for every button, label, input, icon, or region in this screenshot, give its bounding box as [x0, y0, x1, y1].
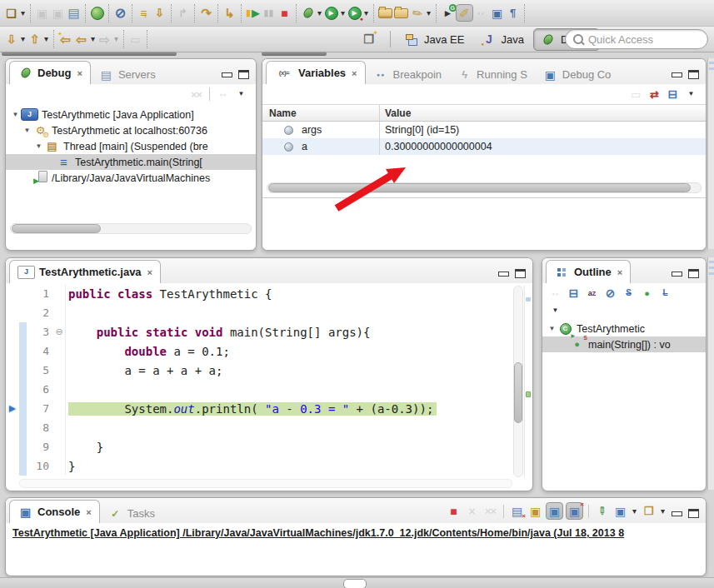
- minimize-icon[interactable]: [222, 72, 232, 77]
- pin-console-icon[interactable]: [594, 503, 610, 519]
- expand-arrow-icon[interactable]: ▼: [22, 127, 32, 134]
- dropdown-caret-icon[interactable]: [19, 32, 27, 47]
- green-dot-icon[interactable]: [639, 286, 655, 301]
- maximize-icon[interactable]: [515, 269, 526, 278]
- step-return-icon[interactable]: [222, 5, 237, 21]
- tree-item[interactable]: main(String[]) : vo: [542, 336, 706, 352]
- fold-collapse-icon[interactable]: ⊖: [53, 322, 66, 341]
- instruction-pointer-icon[interactable]: [6, 406, 19, 412]
- expand-arrow-icon[interactable]: ▼: [547, 325, 557, 332]
- sort-az-icon[interactable]: [584, 286, 600, 301]
- column-header-name[interactable]: Name: [262, 105, 379, 121]
- step-filters-icon[interactable]: [136, 5, 152, 21]
- run-to-line-icon[interactable]: [152, 5, 167, 21]
- overview-mark-green[interactable]: [526, 391, 531, 397]
- tree-item[interactable]: ▼TestArythmetic [Java Application]: [6, 107, 256, 122]
- sash-handle[interactable]: [262, 52, 327, 56]
- code-text[interactable]: System.out.println( "a - 0.3 = " + (a-0.…: [66, 402, 512, 416]
- back-icon[interactable]: [73, 32, 89, 47]
- window-hscrollbar[interactable]: [0, 577, 714, 588]
- debug-launch-icon[interactable]: [300, 5, 316, 21]
- editor-vscrollbar[interactable]: [513, 286, 523, 477]
- close-icon[interactable]: ×: [147, 267, 152, 277]
- perspective-java[interactable]: Java: [473, 28, 531, 51]
- tree-item[interactable]: ▼Thread [main] (Suspended (bre: [6, 138, 256, 154]
- code-text[interactable]: }: [66, 441, 512, 454]
- show-source-icon[interactable]: [489, 5, 505, 21]
- tree-item[interactable]: TestArythmetic.main(String[: [6, 154, 256, 170]
- dropdown-caret-icon[interactable]: [425, 5, 432, 21]
- open-resource-icon[interactable]: [393, 5, 409, 21]
- mark-occurrences-icon[interactable]: [456, 4, 473, 22]
- minimize-icon[interactable]: [672, 72, 682, 77]
- back-star-icon[interactable]: [57, 32, 73, 47]
- hide-fields-icon[interactable]: [602, 286, 618, 301]
- dropdown-caret-icon[interactable]: [316, 5, 323, 21]
- view-menu-icon[interactable]: [683, 87, 699, 102]
- stderr-icon[interactable]: [566, 502, 583, 520]
- tab-console[interactable]: Console×: [9, 500, 100, 523]
- tab-debug-co[interactable]: Debug Co: [535, 65, 619, 84]
- close-icon[interactable]: ×: [77, 68, 82, 78]
- minimize-icon[interactable]: [498, 272, 509, 277]
- close-icon[interactable]: ×: [86, 507, 91, 517]
- scroll-lock-icon[interactable]: [527, 503, 543, 519]
- variables-detail-pane[interactable]: [262, 198, 706, 250]
- open-console-icon[interactable]: [641, 503, 657, 519]
- skip-breakpoints-icon[interactable]: [112, 5, 128, 21]
- variable-row[interactable]: argsString[0] (id=15): [262, 122, 706, 138]
- view-menu-icon[interactable]: [233, 87, 249, 102]
- code-text[interactable]: double a = 0.1;: [66, 345, 512, 358]
- tab-variables[interactable]: Variables×: [266, 61, 366, 84]
- open-perspective-button[interactable]: [353, 28, 384, 51]
- code-text[interactable]: }: [66, 460, 512, 473]
- terminate-icon[interactable]: [277, 5, 292, 21]
- import-file-icon[interactable]: [3, 32, 19, 47]
- tab-debug[interactable]: Debug×: [9, 61, 91, 84]
- sash-handle[interactable]: [2, 52, 177, 56]
- maximize-icon[interactable]: [688, 70, 699, 79]
- dropdown-caret-icon[interactable]: [659, 503, 667, 519]
- expand-arrow-icon[interactable]: ▼: [10, 111, 21, 118]
- tab-testarythmetic-java[interactable]: J TestArythmetic.java ×: [9, 260, 161, 283]
- variables-hscrollbar[interactable]: [267, 182, 702, 193]
- tab-servers[interactable]: Servers: [91, 65, 163, 84]
- tree-item[interactable]: /Library/Java/JavaVirtualMachines: [6, 170, 256, 186]
- close-icon[interactable]: ×: [617, 267, 622, 277]
- tree-item[interactable]: ▼TestArythmetic at localhost:60736: [6, 122, 256, 138]
- dropdown-caret-icon[interactable]: [362, 5, 370, 21]
- run-launch-icon[interactable]: [323, 5, 339, 21]
- collapse-all-icon[interactable]: [566, 286, 582, 301]
- open-type-icon[interactable]: [377, 5, 393, 21]
- overview-ruler[interactable]: [524, 286, 532, 477]
- debug-hscrollbar[interactable]: [10, 223, 252, 234]
- dropdown-caret-icon[interactable]: [339, 5, 347, 21]
- display-console-icon[interactable]: [612, 503, 628, 519]
- code-text[interactable]: a = a + a + a;: [66, 364, 512, 377]
- show-whitespace-icon[interactable]: [505, 5, 521, 21]
- expand-arrow-icon[interactable]: ▼: [33, 142, 44, 150]
- maximize-icon[interactable]: [238, 70, 249, 79]
- overview-mark-blue[interactable]: [526, 297, 531, 301]
- column-header-value[interactable]: Value: [379, 105, 706, 121]
- tree-item[interactable]: ▼TestArythmetic: [542, 321, 706, 336]
- hide-static-icon[interactable]: [621, 286, 637, 301]
- print-icon[interactable]: [66, 5, 82, 21]
- perspective-java-ee[interactable]: Java EE: [397, 28, 472, 51]
- hide-local-icon[interactable]: [657, 286, 673, 301]
- minimize-icon[interactable]: [672, 511, 682, 516]
- terminate-icon[interactable]: [446, 503, 462, 519]
- dropdown-caret-icon[interactable]: [631, 503, 638, 519]
- coverage-launch-icon[interactable]: [347, 5, 362, 21]
- dropdown-caret-icon[interactable]: [42, 32, 50, 47]
- quick-access[interactable]: Quick Access: [565, 29, 708, 49]
- close-icon[interactable]: ×: [352, 68, 357, 78]
- maximize-icon[interactable]: [688, 269, 699, 278]
- scrollbar-handle[interactable]: [343, 579, 367, 588]
- last-edit-icon[interactable]: [440, 5, 456, 21]
- view-menu-icon[interactable]: [547, 303, 563, 319]
- resume-icon[interactable]: [245, 5, 261, 21]
- code-area[interactable]: 1public class TestArythmetic {23⊖ public…: [6, 284, 512, 481]
- variable-row[interactable]: a0.30000000000000004: [262, 138, 706, 155]
- export-file-icon[interactable]: [27, 32, 42, 47]
